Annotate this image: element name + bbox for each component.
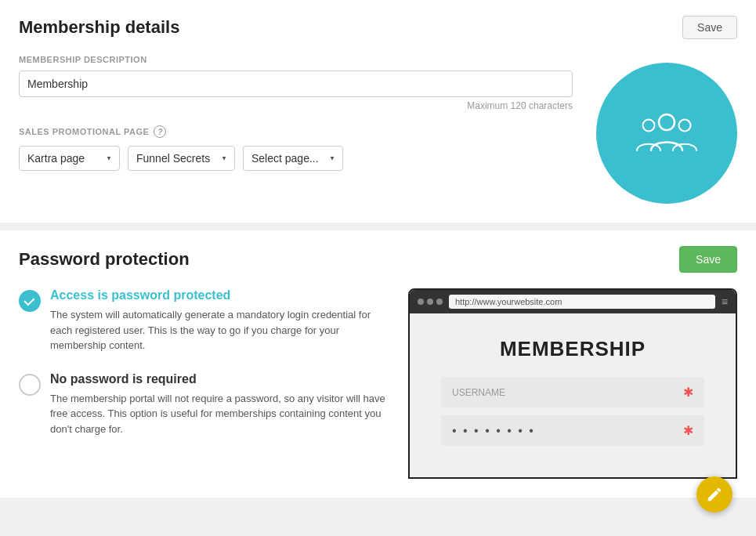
browser-password-required: ✱ <box>683 423 693 438</box>
browser-membership-label: MEMBERSHIP <box>441 337 704 361</box>
option-password-row: Access is password protected The system … <box>19 288 392 353</box>
password-header: Password protection Save <box>19 246 737 273</box>
browser-menu-icon: ≡ <box>722 295 728 308</box>
page-select-select[interactable]: Select page... <box>243 146 343 171</box>
membership-form: MEMBERSHIP DESCRIPTION Maximum 120 chara… <box>19 55 573 171</box>
group-icon <box>631 97 702 170</box>
password-protection-section: Password protection Save Access is passw… <box>0 230 756 498</box>
page-name-dropdown[interactable]: Funnel Secrets <box>128 146 235 171</box>
page-type-select[interactable]: Kartra page External page <box>19 146 120 171</box>
option-password-radio[interactable] <box>19 290 41 312</box>
membership-header: Membership details Save <box>19 16 737 39</box>
option-nopassword-radio[interactable] <box>19 374 41 396</box>
svg-point-0 <box>659 114 675 130</box>
browser-mockup: http://www.yourwebsite.com ≡ MEMBERSHIP … <box>408 288 737 479</box>
browser-username-text: USERNAME <box>452 387 505 398</box>
description-input[interactable] <box>19 71 573 97</box>
help-icon[interactable]: ? <box>154 125 166 138</box>
membership-save-button[interactable]: Save <box>682 16 737 39</box>
page-title: Membership details <box>19 17 179 38</box>
browser-password-field: • • • • • • • • ✱ <box>441 415 704 446</box>
password-options: Access is password protected The system … <box>19 288 392 455</box>
membership-body: MEMBERSHIP DESCRIPTION Maximum 120 chara… <box>19 55 737 204</box>
browser-url-bar: http://www.yourwebsite.com <box>449 295 715 309</box>
option-nopassword-content: No password is required The membership p… <box>50 372 392 437</box>
membership-avatar <box>596 63 737 204</box>
browser-password-dots: • • • • • • • • <box>452 424 535 438</box>
password-body: Access is password protected The system … <box>19 288 737 479</box>
url-text: http://www.yourwebsite.com <box>455 297 562 306</box>
description-label: MEMBERSHIP DESCRIPTION <box>19 55 573 64</box>
char-hint: Maximum 120 characters <box>19 100 573 111</box>
promo-label: SALES PROMOTIONAL PAGE <box>19 127 149 136</box>
browser-username-field: USERNAME ✱ <box>441 377 704 407</box>
browser-dots <box>418 299 443 305</box>
option-password-title: Access is password protected <box>50 288 392 302</box>
browser-dot-2 <box>427 299 433 305</box>
password-title: Password protection <box>19 249 190 270</box>
browser-dot-1 <box>418 299 424 305</box>
password-save-button[interactable]: Save <box>679 246 737 273</box>
option-nopassword-desc: The membership portal will not require a… <box>50 391 392 437</box>
promo-label-row: SALES PROMOTIONAL PAGE ? <box>19 125 573 138</box>
option-nopassword-row: No password is required The membership p… <box>19 372 392 437</box>
page-type-dropdown[interactable]: Kartra page External page <box>19 146 120 171</box>
page-name-select[interactable]: Funnel Secrets <box>128 146 235 171</box>
browser-content: MEMBERSHIP USERNAME ✱ • • • • • • • • ✱ <box>410 313 736 477</box>
page-select-dropdown[interactable]: Select page... <box>243 146 343 171</box>
option-password-desc: The system will automatically generate a… <box>50 307 392 353</box>
dropdowns-row: Kartra page External page Funnel Secrets… <box>19 146 573 171</box>
option-password-content: Access is password protected The system … <box>50 288 392 353</box>
browser-bar: http://www.yourwebsite.com ≡ <box>410 290 736 313</box>
membership-details-section: Membership details Save MEMBERSHIP DESCR… <box>0 0 756 223</box>
svg-point-2 <box>679 119 691 131</box>
browser-dot-3 <box>436 299 443 305</box>
option-nopassword-title: No password is required <box>50 372 392 386</box>
svg-point-1 <box>643 119 655 131</box>
browser-username-required: ✱ <box>683 385 693 400</box>
